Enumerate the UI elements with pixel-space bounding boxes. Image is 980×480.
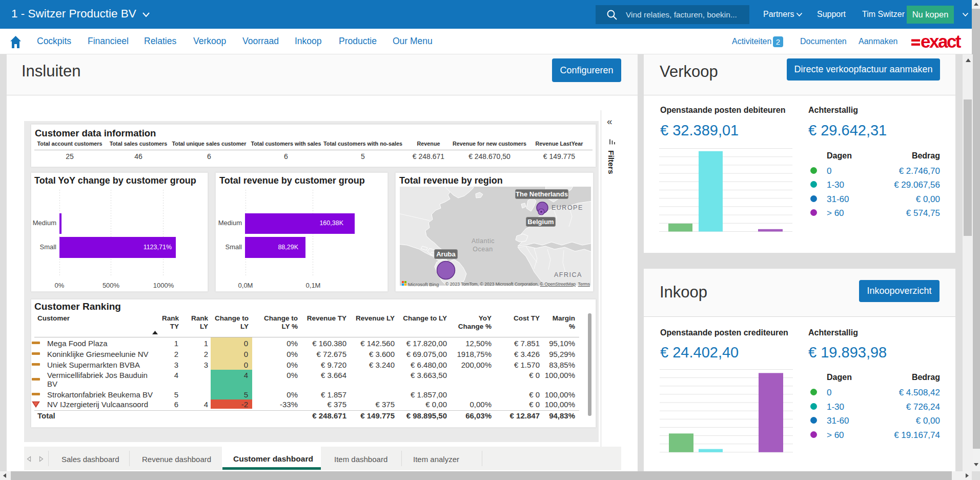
svg-text:exact: exact xyxy=(921,33,962,51)
